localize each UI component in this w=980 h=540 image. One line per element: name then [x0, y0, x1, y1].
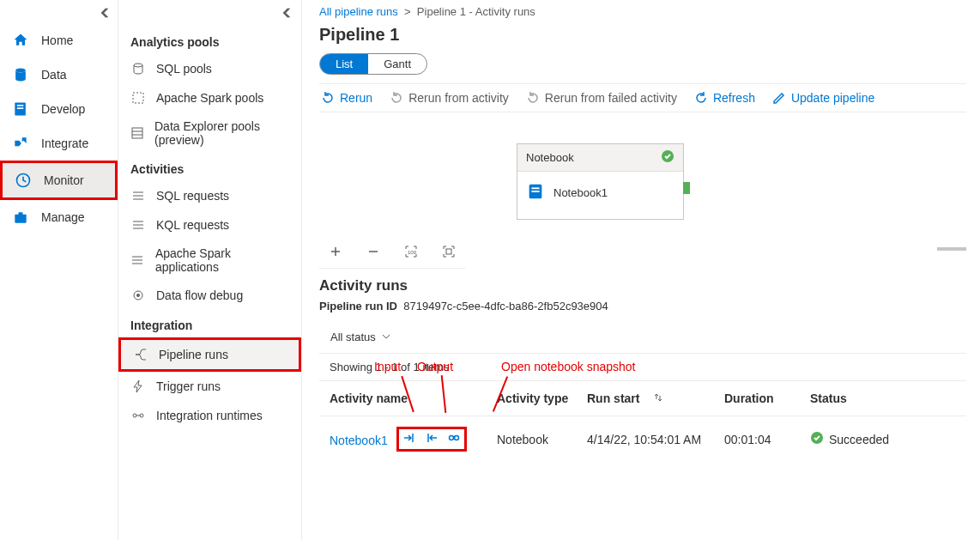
nav-label: Develop: [41, 102, 85, 116]
monitor-panel: Analytics pools SQL pools Apache Spark p…: [118, 0, 302, 540]
database-icon: [12, 66, 29, 83]
success-icon: [661, 149, 675, 166]
annotation-input: Input: [374, 360, 401, 373]
run-id-value: 8719497c-c5ee-4dfc-ba86-2fb52c93e904: [403, 300, 608, 312]
refresh-button[interactable]: Refresh: [694, 91, 755, 105]
cell-type: Notebook: [497, 433, 587, 446]
sidebar-sql-pools[interactable]: SQL pools: [118, 54, 301, 83]
update-pipeline-button[interactable]: Update pipeline: [772, 91, 874, 105]
sidebar-item-label: Data Explorer pools (preview): [154, 119, 289, 147]
nav-label: Home: [41, 33, 73, 47]
zoom-out-icon[interactable]: [364, 242, 383, 261]
section-integration: Integration: [118, 310, 301, 337]
nav-develop[interactable]: Develop: [0, 92, 118, 126]
th-start[interactable]: Run start: [587, 391, 724, 405]
kql-requests-icon: [130, 217, 146, 233]
nav-home[interactable]: Home: [0, 23, 118, 58]
sidebar-item-label: Apache Spark pools: [156, 91, 263, 105]
svg-rect-16: [531, 187, 539, 189]
nav-monitor[interactable]: Monitor: [0, 161, 118, 200]
rerun-failed-button[interactable]: Rerun from failed activity: [526, 91, 677, 105]
page-title: Pipeline 1: [319, 21, 966, 53]
svg-text:100: 100: [408, 250, 417, 255]
sidebar-pipeline-runs[interactable]: Pipeline runs: [118, 337, 301, 372]
nav-manage[interactable]: Manage: [0, 200, 118, 234]
dataflow-debug-icon: [130, 288, 146, 303]
cell-dur: 00:01:04: [724, 433, 810, 446]
nav-data[interactable]: Data: [0, 58, 118, 92]
section-analytics: Analytics pools: [118, 27, 301, 54]
section-activities: Activities: [118, 154, 301, 181]
snapshot-icon[interactable]: [447, 431, 461, 447]
nav-label: Manage: [41, 210, 85, 224]
sidebar-spark-apps[interactable]: Apache Spark applications: [118, 240, 301, 281]
collapse-primary-icon[interactable]: [0, 3, 118, 23]
rerun-button[interactable]: Rerun: [321, 91, 372, 105]
collapse-secondary-icon[interactable]: [118, 3, 301, 27]
zoom-in-icon[interactable]: [326, 242, 345, 261]
sidebar-item-label: Apache Spark applications: [155, 246, 289, 274]
view-list[interactable]: List: [320, 54, 368, 74]
integration-runtimes-icon: [130, 408, 146, 423]
breadcrumb-root[interactable]: All pipeline runs: [319, 5, 398, 18]
sidebar-item-label: Integration runtimes: [156, 409, 263, 422]
cell-start: 4/14/22, 10:54:01 AM: [587, 433, 724, 446]
nav-label: Integrate: [41, 137, 88, 150]
node-output-handle[interactable]: [683, 182, 690, 194]
status-filter[interactable]: All status: [319, 325, 966, 353]
spark-apps-icon: [130, 252, 145, 268]
spark-pools-icon: [130, 90, 146, 106]
breadcrumb: All pipeline runs > Pipeline 1 - Activit…: [319, 5, 966, 21]
table-header: Activity name Activity type Run start Du…: [319, 380, 966, 416]
develop-icon: [12, 100, 29, 118]
nav-label: Data: [41, 68, 67, 82]
success-icon: [810, 431, 824, 447]
svg-point-12: [133, 414, 136, 417]
input-icon[interactable]: [402, 431, 416, 447]
svg-rect-6: [19, 212, 23, 215]
rerun-activity-button[interactable]: Rerun from activity: [390, 91, 509, 105]
svg-point-11: [136, 294, 140, 297]
sidebar-item-label: Data flow debug: [156, 288, 243, 302]
svg-rect-9: [132, 128, 142, 138]
sidebar-integration-runtimes[interactable]: Integration runtimes: [118, 401, 301, 430]
sort-icon: [653, 391, 663, 405]
th-dur[interactable]: Duration: [724, 391, 810, 405]
monitor-icon: [15, 172, 32, 189]
home-icon: [12, 32, 29, 49]
sidebar-item-label: SQL requests: [156, 189, 229, 203]
nav-label: Monitor: [44, 173, 84, 187]
chevron-down-icon: [382, 331, 390, 343]
data-explorer-icon: [130, 125, 144, 141]
activity-name-link[interactable]: Notebook1: [330, 434, 388, 447]
view-gantt[interactable]: Gantt: [368, 54, 426, 74]
th-type[interactable]: Activity type: [497, 391, 587, 405]
activity-action-icons: [396, 427, 467, 452]
output-icon[interactable]: [425, 431, 439, 447]
svg-rect-3: [17, 107, 23, 109]
pipeline-runs-icon: [133, 347, 148, 362]
pipeline-canvas[interactable]: Notebook Notebook1: [319, 112, 966, 237]
sidebar-spark-pools[interactable]: Apache Spark pools: [118, 83, 301, 112]
main-content: All pipeline runs > Pipeline 1 - Activit…: [302, 0, 980, 540]
activity-node-notebook[interactable]: Notebook Notebook1: [517, 143, 684, 220]
node-type: Notebook: [526, 151, 574, 164]
sidebar-data-explorer-pools[interactable]: Data Explorer pools (preview): [118, 112, 301, 154]
trigger-runs-icon: [130, 379, 146, 394]
view-toggle: List Gantt: [319, 53, 427, 75]
sidebar-trigger-runs[interactable]: Trigger runs: [118, 372, 301, 401]
annotation-snapshot: Open notebook snapshot: [501, 360, 635, 373]
activity-runs-title: Activity runs: [319, 269, 966, 300]
sidebar-kql-req[interactable]: KQL requests: [118, 210, 301, 240]
zoom-fit-icon[interactable]: [439, 242, 458, 261]
th-status[interactable]: Status: [810, 391, 956, 405]
sidebar-item-label: Pipeline runs: [159, 348, 228, 361]
cell-status: Succeeded: [810, 431, 956, 447]
canvas-toolbar: 100: [319, 237, 465, 269]
sidebar-dataflow-debug[interactable]: Data flow debug: [118, 281, 301, 310]
sidebar-sql-req[interactable]: SQL requests: [118, 181, 301, 210]
nav-integrate[interactable]: Integrate: [0, 126, 118, 161]
resize-handle[interactable]: [937, 247, 966, 251]
th-name[interactable]: Activity name: [330, 391, 497, 405]
zoom-reset-icon[interactable]: 100: [402, 242, 420, 261]
